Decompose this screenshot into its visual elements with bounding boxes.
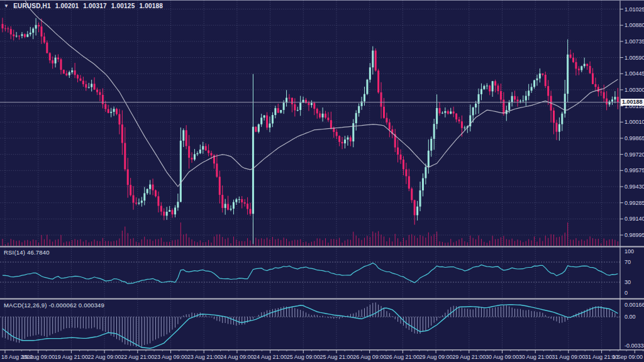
time-axis-label: 23 Aug 21:00 (187, 354, 221, 360)
time-axis[interactable]: 18 Aug 202219 Aug 09:0019 Aug 21:0022 Au… (0, 351, 644, 362)
price-axis-label: 0.98995 (625, 232, 644, 238)
macd-axis-label: 0.001663 (625, 302, 644, 308)
time-axis-label: 30 Aug 09:00 (486, 354, 519, 360)
time-axis-label: 26 Aug 09:00 (353, 354, 386, 360)
rsi-axis-label: 100 (625, 248, 634, 255)
time-axis-label: 31 Aug 09:00 (552, 354, 585, 360)
time-axis-label: 22 Aug 21:00 (121, 354, 154, 360)
time-axis-label: 30 Aug 21:00 (519, 354, 552, 360)
price-axis-label: 0.99575 (625, 167, 644, 173)
price-axis-label: 0.99720 (625, 151, 644, 158)
ohlc-open: 1.00201 (55, 3, 79, 9)
time-axis-label: 24 Aug 21:00 (253, 354, 287, 360)
rsi-indicator-label: RSI(14) 46.7840 (4, 249, 50, 256)
ohlc-low: 1.00125 (111, 3, 135, 9)
time-axis-label: 25 Aug 09:00 (287, 354, 320, 360)
price-axis-label: 1.00880 (625, 22, 644, 28)
time-axis-label: 22 Aug 09:00 (88, 354, 121, 360)
price-axis-label: 1.00300 (625, 87, 644, 93)
price-axis-label: 1.01025 (625, 6, 644, 13)
price-axis-label: 1.00590 (625, 55, 644, 61)
price-axis-label: 0.99865 (625, 135, 644, 141)
current-price-tag: 1.00188 (621, 99, 644, 106)
ohlc-close: 1.00188 (139, 3, 163, 9)
price-axis-label: 1.00735 (625, 38, 644, 45)
price-axis-label: 1.00445 (625, 70, 644, 77)
chart-dropdown-icon[interactable]: ▼ (4, 3, 9, 9)
macd-indicator-label: MACD(12,26,9) -0.000062 0.000349 (4, 302, 104, 309)
rsi-axis-label: 70 (625, 259, 631, 265)
time-axis-label: 26 Aug 21:00 (386, 354, 419, 360)
time-axis-label: 29 Aug 21:00 (452, 354, 486, 360)
price-axis-label: 0.99140 (625, 216, 644, 222)
time-axis-label: 24 Aug 09:00 (220, 354, 253, 360)
price-axis-label: 1.00010 (625, 119, 644, 125)
time-axis-label: 23 Aug 09:00 (154, 354, 187, 360)
time-axis-label: 29 Aug 09:00 (419, 354, 453, 360)
time-axis-label: 19 Aug 21:00 (55, 354, 88, 360)
chart-title-bar: ▼ EURUSD,H1 1.00201 1.00317 1.00125 1.00… (4, 3, 163, 9)
time-axis-label: 1 Sep 09:00 (612, 354, 643, 360)
ohlc-high: 1.00317 (83, 3, 107, 9)
chart-symbol-period: EURUSD,H1 (13, 3, 51, 9)
rsi-axis-label: 0 (625, 290, 628, 296)
price-axis[interactable]: 1.010251.008801.007351.005901.004451.003… (620, 1, 644, 350)
time-axis-label: 25 Aug 21:00 (319, 354, 353, 360)
macd-axis-label: 0.00 (625, 314, 636, 320)
macd-axis-label: -0.003383 (625, 343, 644, 349)
price-axis-label: 0.99430 (625, 184, 644, 190)
time-axis-label: 19 Aug 09:00 (21, 354, 55, 360)
mt4-chart-window: ▼ EURUSD,H1 1.00201 1.00317 1.00125 1.00… (0, 0, 644, 362)
price-axis-label: 0.99285 (625, 200, 644, 206)
rsi-axis-label: 30 (625, 279, 631, 285)
